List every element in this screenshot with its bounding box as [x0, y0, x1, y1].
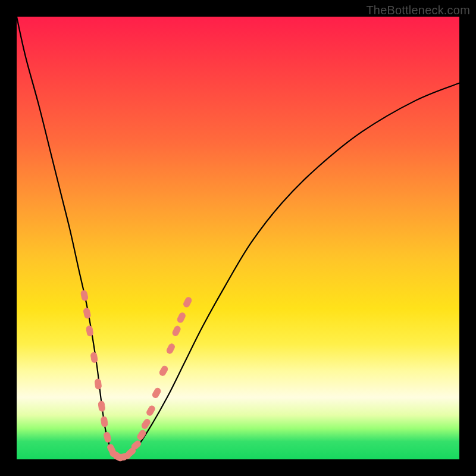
highlighted-point [146, 405, 156, 416]
highlighted-point [95, 378, 102, 389]
highlighted-point [90, 352, 98, 363]
curve-layer [17, 17, 459, 459]
bottleneck-curve [17, 17, 459, 458]
highlighted-point [166, 343, 176, 355]
highlighted-point [176, 312, 186, 324]
highlighted-points-group [80, 290, 192, 462]
highlighted-point [171, 325, 181, 337]
highlighted-point [136, 429, 147, 441]
watermark-text: TheBottleneck.com [366, 4, 470, 17]
highlighted-point [98, 401, 105, 412]
highlighted-point [104, 431, 112, 443]
highlighted-point [86, 325, 93, 336]
highlighted-point [80, 290, 88, 301]
chart-frame: TheBottleneck.com [0, 0, 476, 476]
highlighted-point [101, 416, 108, 427]
highlighted-point [158, 365, 168, 377]
plot-area [17, 17, 459, 459]
highlighted-point [152, 387, 162, 399]
highlighted-point [83, 308, 91, 319]
highlighted-point [183, 296, 193, 308]
